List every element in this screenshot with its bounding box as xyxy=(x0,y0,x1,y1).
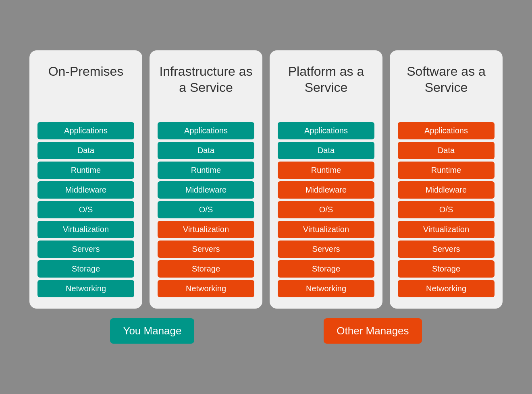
stack-item-o/s-iaas: O/S xyxy=(158,201,254,218)
column-paas: Platform as a ServiceApplicationsDataRun… xyxy=(270,50,382,309)
column-title-saas: Software as a Service xyxy=(398,62,495,110)
stack-item-middleware-on-premises: Middleware xyxy=(37,181,134,199)
stack-item-data-paas: Data xyxy=(278,142,374,159)
stack-item-virtualization-on-premises: Virtualization xyxy=(37,221,134,238)
column-saas: Software as a ServiceApplicationsDataRun… xyxy=(390,50,503,309)
stack-item-runtime-iaas: Runtime xyxy=(158,162,254,179)
stack-item-networking-on-premises: Networking xyxy=(37,280,134,297)
stack-item-runtime-paas: Runtime xyxy=(278,162,374,179)
stack-item-virtualization-paas: Virtualization xyxy=(278,221,374,238)
stack-saas: ApplicationsDataRuntimeMiddlewareO/SVirt… xyxy=(398,122,495,297)
stack-item-applications-on-premises: Applications xyxy=(37,122,134,139)
stack-item-virtualization-iaas: Virtualization xyxy=(158,221,254,238)
stack-paas: ApplicationsDataRuntimeMiddlewareO/SVirt… xyxy=(278,122,374,297)
column-title-iaas: Infrastructure as a Service xyxy=(158,62,254,110)
legend-row: You Manage Other Manages xyxy=(29,318,503,344)
stack-on-premises: ApplicationsDataRuntimeMiddlewareO/SVirt… xyxy=(37,122,134,297)
stack-item-applications-paas: Applications xyxy=(278,122,374,139)
stack-item-middleware-saas: Middleware xyxy=(398,181,495,199)
stack-item-data-iaas: Data xyxy=(158,142,254,159)
you-manage-button[interactable]: You Manage xyxy=(110,318,194,344)
stack-item-virtualization-saas: Virtualization xyxy=(398,221,495,238)
stack-item-servers-iaas: Servers xyxy=(158,241,254,258)
stack-item-data-on-premises: Data xyxy=(37,142,134,159)
stack-iaas: ApplicationsDataRuntimeMiddlewareO/SVirt… xyxy=(158,122,254,297)
stack-item-middleware-iaas: Middleware xyxy=(158,181,254,199)
main-container: On-PremisesApplicationsDataRuntimeMiddle… xyxy=(21,38,511,356)
stack-item-middleware-paas: Middleware xyxy=(278,181,374,199)
columns-row: On-PremisesApplicationsDataRuntimeMiddle… xyxy=(29,50,503,309)
stack-item-storage-saas: Storage xyxy=(398,260,495,278)
stack-item-runtime-saas: Runtime xyxy=(398,162,495,179)
stack-item-servers-paas: Servers xyxy=(278,241,374,258)
stack-item-networking-iaas: Networking xyxy=(158,280,254,297)
stack-item-storage-on-premises: Storage xyxy=(37,260,134,278)
stack-item-o/s-saas: O/S xyxy=(398,201,495,218)
column-title-on-premises: On-Premises xyxy=(48,62,124,110)
stack-item-o/s-paas: O/S xyxy=(278,201,374,218)
stack-item-applications-saas: Applications xyxy=(398,122,495,139)
stack-item-storage-iaas: Storage xyxy=(158,260,254,278)
column-iaas: Infrastructure as a ServiceApplicationsD… xyxy=(150,50,262,309)
stack-item-data-saas: Data xyxy=(398,142,495,159)
other-manages-button[interactable]: Other Manages xyxy=(324,318,422,344)
stack-item-applications-iaas: Applications xyxy=(158,122,254,139)
stack-item-servers-on-premises: Servers xyxy=(37,241,134,258)
stack-item-networking-paas: Networking xyxy=(278,280,374,297)
stack-item-o/s-on-premises: O/S xyxy=(37,201,134,218)
stack-item-storage-paas: Storage xyxy=(278,260,374,278)
stack-item-servers-saas: Servers xyxy=(398,241,495,258)
column-on-premises: On-PremisesApplicationsDataRuntimeMiddle… xyxy=(29,50,142,309)
stack-item-runtime-on-premises: Runtime xyxy=(37,162,134,179)
column-title-paas: Platform as a Service xyxy=(278,62,374,110)
stack-item-networking-saas: Networking xyxy=(398,280,495,297)
